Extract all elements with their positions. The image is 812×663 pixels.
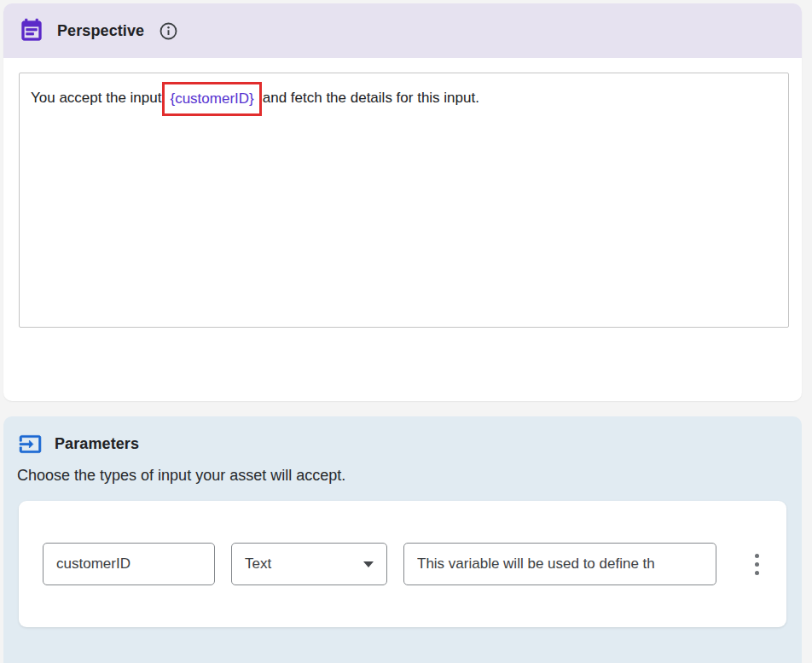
parameters-title: Parameters [55, 435, 139, 453]
parameter-row: Text [19, 501, 786, 627]
perspective-card: Perspective You accept the input{custome… [3, 3, 802, 401]
parameters-description: Choose the types of input your asset wil… [14, 467, 802, 485]
caret-down-icon [363, 561, 374, 567]
parameters-header: Parameters [3, 431, 802, 457]
parameters-card: Parameters Choose the types of input you… [3, 416, 802, 663]
variable-token: {customerID} [170, 90, 253, 107]
page: Perspective You accept the input{custome… [0, 0, 812, 663]
prompt-after: and fetch the details for this input. [263, 90, 479, 106]
input-arrow-icon [19, 433, 42, 456]
event-note-icon [19, 18, 44, 44]
prompt-textarea[interactable]: You accept the input{customerID}and fetc… [19, 73, 789, 328]
perspective-body: You accept the input{customerID}and fetc… [3, 58, 802, 328]
kebab-menu-icon[interactable] [750, 549, 764, 580]
parameter-type-select[interactable]: Text [231, 543, 387, 585]
perspective-title: Perspective [57, 22, 144, 40]
prompt-text: You accept the input{customerID}and fetc… [31, 82, 777, 116]
parameter-description-input[interactable] [403, 543, 716, 585]
prompt-before: You accept the input [31, 90, 161, 106]
perspective-header: Perspective [3, 3, 802, 58]
variable-annotation-box: {customerID} [162, 82, 261, 116]
parameter-name-input[interactable] [43, 543, 215, 585]
info-icon[interactable] [159, 21, 178, 41]
parameter-type-value: Text [245, 555, 271, 573]
